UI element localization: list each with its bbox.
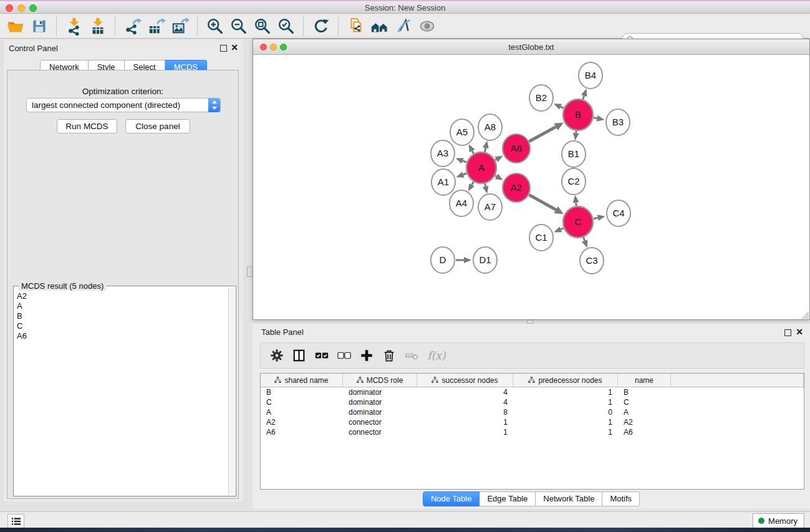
graph-node-A6[interactable]: A6 — [503, 134, 530, 163]
cell-shared-name[interactable]: C — [261, 398, 343, 407]
graph-node-C4[interactable]: C4 — [607, 200, 630, 226]
graph-edge-B-B3[interactable] — [594, 115, 604, 122]
graph-edge-C-C2[interactable] — [573, 195, 579, 206]
graph-node-C3[interactable]: C3 — [580, 248, 604, 274]
table-row[interactable]: Adominator80A — [261, 407, 804, 417]
graph-edge-A-A8[interactable] — [483, 141, 489, 153]
select-all-button[interactable] — [311, 346, 333, 365]
graph-node-C2[interactable]: C2 — [562, 168, 586, 195]
cell-successor-nodes[interactable]: 1 — [417, 418, 513, 427]
column-header-successor-nodes[interactable]: successor nodes — [417, 374, 513, 387]
graph-node-A8[interactable]: A8 — [478, 114, 502, 140]
cell-shared-name[interactable]: B — [261, 388, 343, 397]
cell-shared-name[interactable]: A2 — [261, 418, 343, 427]
cell-mcds-role[interactable]: dominator — [343, 398, 417, 407]
graph-edge-C-C3[interactable] — [582, 237, 587, 248]
cell-successor-nodes[interactable]: 4 — [417, 398, 513, 407]
open-cybrowser-button[interactable] — [369, 16, 390, 36]
graph-node-A7[interactable]: A7 — [478, 194, 502, 220]
refresh-network-button[interactable] — [311, 16, 332, 36]
cell-name[interactable]: A6 — [618, 428, 671, 437]
graph-edge-A-A5[interactable] — [469, 144, 475, 153]
cell-predecessor-nodes[interactable]: 1 — [513, 388, 618, 397]
cell-shared-name[interactable]: A6 — [261, 428, 343, 437]
window-resize-grip[interactable] — [801, 311, 809, 319]
new-network-from-selection-button[interactable] — [345, 16, 367, 36]
column-header-predecessor-nodes[interactable]: predecessor nodes — [513, 374, 618, 387]
show-hide-graphics-button[interactable] — [417, 16, 438, 36]
graph-edge-A-A7[interactable] — [483, 183, 489, 194]
cell-successor-nodes[interactable]: 8 — [417, 408, 513, 417]
float-panel-icon[interactable] — [784, 329, 791, 336]
cell-successor-nodes[interactable]: 4 — [417, 388, 513, 397]
graph-node-C[interactable]: C — [563, 206, 593, 238]
export-table-button[interactable] — [146, 16, 167, 36]
graph-node-A2[interactable]: A2 — [503, 173, 530, 202]
mcds-result-item[interactable]: A6 — [15, 331, 228, 341]
export-network-button[interactable] — [122, 16, 143, 36]
graph-edge-C-C4[interactable] — [594, 215, 605, 221]
save-session-button[interactable] — [29, 16, 50, 36]
graph-node-B3[interactable]: B3 — [606, 109, 630, 135]
graph-edge-B-B4[interactable] — [581, 89, 587, 100]
zoom-selected-button[interactable] — [276, 16, 297, 36]
graph-node-A1[interactable]: A1 — [432, 169, 455, 195]
open-session-button[interactable] — [5, 16, 26, 36]
cell-name[interactable]: C — [618, 398, 671, 407]
function-builder-button[interactable]: f(x) — [423, 346, 450, 365]
graph-node-C1[interactable]: C1 — [529, 225, 553, 251]
optimization-criterion-select[interactable]: largest connected component (directed) — [26, 98, 221, 112]
import-network-button[interactable] — [64, 16, 85, 36]
graph-node-D1[interactable]: D1 — [473, 247, 497, 273]
zoom-out-button[interactable] — [228, 16, 249, 36]
zoom-fit-button[interactable] — [252, 16, 273, 36]
export-image-button[interactable] — [170, 16, 191, 36]
mcds-result-item[interactable]: C — [15, 321, 228, 331]
vertical-split-handle[interactable] — [247, 266, 252, 277]
graph-node-A[interactable]: A — [466, 152, 496, 183]
graph-node-B4[interactable]: B4 — [579, 62, 602, 89]
result-scrollbar[interactable] — [228, 287, 235, 495]
cell-predecessor-nodes[interactable]: 1 — [513, 428, 618, 437]
graph-edge-A-A4[interactable] — [468, 181, 475, 191]
cell-predecessor-nodes[interactable]: 1 — [513, 398, 618, 407]
graph-edge-D-D1[interactable] — [456, 257, 471, 263]
graph-node-B[interactable]: B — [563, 99, 593, 130]
graph-node-D[interactable]: D — [431, 247, 455, 273]
table-row[interactable]: Cdominator41C — [261, 397, 804, 407]
delete-table-button[interactable] — [400, 346, 423, 365]
cell-mcds-role[interactable]: connector — [343, 428, 417, 437]
graph-edge-A-A2[interactable] — [495, 174, 503, 180]
mcds-result-item[interactable]: B — [15, 311, 228, 321]
close-panel-icon[interactable]: ✕ — [231, 43, 238, 52]
cell-mcds-role[interactable]: connector — [343, 418, 417, 427]
cell-successor-nodes[interactable]: 1 — [417, 428, 513, 437]
table-row[interactable]: A6connector11A6 — [261, 427, 804, 437]
cell-mcds-role[interactable]: dominator — [343, 388, 417, 397]
graph-edge-B-B1[interactable] — [573, 130, 579, 140]
table-row[interactable]: Bdominator41B — [261, 387, 804, 397]
task-history-button[interactable] — [7, 514, 24, 528]
column-header-name[interactable]: name — [618, 374, 671, 387]
memory-button[interactable]: Memory — [753, 513, 804, 528]
graph-edge-A-A1[interactable] — [456, 172, 467, 177]
column-header-mcds-role[interactable]: MCDS role — [343, 374, 417, 387]
tab-network-table[interactable]: Network Table — [536, 491, 602, 506]
deselect-all-button[interactable] — [333, 346, 355, 365]
add-row-button[interactable] — [355, 346, 378, 365]
graph-node-A3[interactable]: A3 — [431, 140, 455, 167]
cell-predecessor-nodes[interactable]: 1 — [513, 418, 618, 427]
column-browser-button[interactable] — [288, 346, 311, 365]
graph-edge-C-C1[interactable] — [554, 226, 563, 232]
graph-node-B2[interactable]: B2 — [529, 85, 553, 111]
hide-graphics-details-button[interactable] — [393, 16, 414, 36]
mcds-result-item[interactable]: A2 — [15, 291, 228, 301]
run-mcds-button[interactable]: Run MCDS — [57, 119, 117, 133]
close-panel-icon[interactable]: ✕ — [796, 327, 803, 336]
table-settings-button[interactable] — [266, 346, 288, 365]
graph-edge-A2-C[interactable] — [529, 195, 564, 214]
graph-node-A4[interactable]: A4 — [450, 190, 473, 216]
tab-node-table[interactable]: Node Table — [423, 491, 480, 506]
graph-edge-A6-B[interactable] — [529, 123, 564, 142]
graph-edge-B-B2[interactable] — [554, 104, 564, 110]
